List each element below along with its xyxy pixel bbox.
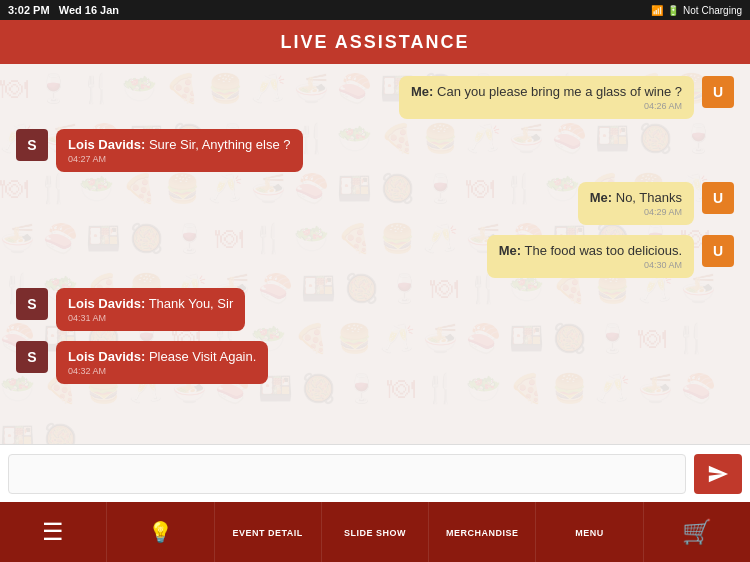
message-time: 04:32 AM: [68, 366, 256, 376]
nav-menu[interactable]: MENU: [536, 502, 643, 562]
staff-avatar: S: [16, 341, 48, 373]
messages-container: Me: Can you please bring me a glass of w…: [16, 76, 734, 384]
message-5: S Lois Davids: Thank You, Sir 04:31 AM: [16, 288, 734, 331]
message-bubble: Lois Davids: Sure Sir, Anything else ? 0…: [56, 129, 303, 172]
cart-icon: 🛒: [682, 520, 712, 544]
nav-cart[interactable]: 🛒: [644, 502, 750, 562]
user-avatar: U: [702, 235, 734, 267]
page-title: LIVE ASSISTANCE: [280, 32, 469, 53]
nav-merchandise-label: MERCHANDISE: [446, 528, 519, 538]
message-2: S Lois Davids: Sure Sir, Anything else ?…: [16, 129, 734, 172]
nav-menu-label: MENU: [575, 528, 604, 538]
message-input[interactable]: [8, 454, 686, 494]
hamburger-icon: ☰: [42, 520, 64, 544]
message-time: 04:29 AM: [590, 207, 682, 217]
send-icon: [707, 463, 729, 485]
battery-icon: 🔋: [667, 5, 679, 16]
user-avatar: U: [702, 76, 734, 108]
message-1: Me: Can you please bring me a glass of w…: [16, 76, 734, 119]
wifi-icon: 📶: [651, 5, 663, 16]
user-avatar: U: [702, 182, 734, 214]
chat-area: 🍽🍷🍴🥗🍕🍔🥂🍜🍣🍱🥘🍷🍽🍴🥗🍕🍔🥂🍜🍣🍱🥘🍷🍽🍴🥗🍕🍔🥂🍜🍣🍱🥘🍷🍽🍴🥗🍕🍔🥂…: [0, 64, 750, 444]
message-time: 04:31 AM: [68, 313, 233, 323]
message-4: Me: The food was too delicious. 04:30 AM…: [16, 235, 734, 278]
input-area: [0, 444, 750, 502]
staff-avatar: S: [16, 129, 48, 161]
message-bubble: Me: The food was too delicious. 04:30 AM: [487, 235, 694, 278]
status-bar: 3:02 PM Wed 16 Jan 📶 🔋 Not Charging: [0, 0, 750, 20]
nav-merchandise[interactable]: MERCHANDISE: [429, 502, 536, 562]
message-text: Lois Davids: Thank You, Sir: [68, 296, 233, 311]
nav-menu-toggle[interactable]: ☰: [0, 502, 107, 562]
staff-avatar: S: [16, 288, 48, 320]
status-time: 3:02 PM Wed 16 Jan: [8, 4, 119, 16]
message-bubble: Lois Davids: Thank You, Sir 04:31 AM: [56, 288, 245, 331]
header: LIVE ASSISTANCE: [0, 20, 750, 64]
message-3: Me: No, Thanks 04:29 AM U: [16, 182, 734, 225]
message-time: 04:26 AM: [411, 101, 682, 111]
nav-slide-show-label: SLIDE SHOW: [344, 528, 406, 538]
message-text: Lois Davids: Sure Sir, Anything else ?: [68, 137, 291, 152]
message-bubble: Me: No, Thanks 04:29 AM: [578, 182, 694, 225]
message-text: Me: No, Thanks: [590, 190, 682, 205]
message-bubble: Lois Davids: Please Visit Again. 04:32 A…: [56, 341, 268, 384]
message-time: 04:30 AM: [499, 260, 682, 270]
message-bubble: Me: Can you please bring me a glass of w…: [399, 76, 694, 119]
nav-event-detail[interactable]: EVENT DETAIL: [215, 502, 322, 562]
charging-status: Not Charging: [683, 5, 742, 16]
message-time: 04:27 AM: [68, 154, 291, 164]
lightbulb-icon: 💡: [148, 522, 173, 542]
nav-event-detail-label: EVENT DETAIL: [233, 528, 303, 538]
message-text: Lois Davids: Please Visit Again.: [68, 349, 256, 364]
status-right: 📶 🔋 Not Charging: [651, 5, 742, 16]
message-text: Me: The food was too delicious.: [499, 243, 682, 258]
bottom-nav: ☰ 💡 EVENT DETAIL SLIDE SHOW MERCHANDISE …: [0, 502, 750, 562]
message-text: Me: Can you please bring me a glass of w…: [411, 84, 682, 99]
nav-slide-show[interactable]: SLIDE SHOW: [322, 502, 429, 562]
send-button[interactable]: [694, 454, 742, 494]
message-6: S Lois Davids: Please Visit Again. 04:32…: [16, 341, 734, 384]
nav-idea[interactable]: 💡: [107, 502, 214, 562]
